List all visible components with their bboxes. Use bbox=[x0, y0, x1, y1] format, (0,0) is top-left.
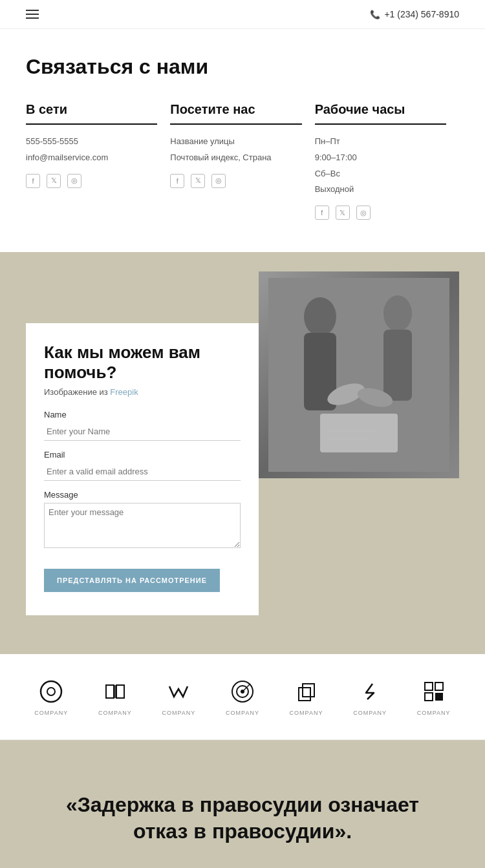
col3-social: f 𝕏 ◎ bbox=[315, 206, 446, 220]
email-label: Email bbox=[44, 450, 241, 460]
hamburger-menu[interactable] bbox=[26, 10, 39, 19]
contact-col-hours: Рабочие часы Пн–Пт 9:00–17:00 Сб–Вс Выхо… bbox=[315, 102, 459, 220]
logo-item-5: COMPANY bbox=[290, 677, 323, 716]
logo-item-1: COMPANY bbox=[34, 677, 68, 716]
logo-item-7: COMPANY bbox=[417, 677, 451, 716]
col3-divider bbox=[315, 123, 446, 125]
name-input[interactable] bbox=[44, 423, 241, 441]
svg-rect-24 bbox=[425, 693, 433, 701]
logo-icon-1 bbox=[37, 677, 65, 706]
instagram-icon[interactable]: ◎ bbox=[67, 174, 81, 188]
col2-postal: Почтовый индекс, Страна bbox=[170, 151, 301, 165]
col3-hours: 9:00–17:00 bbox=[315, 151, 446, 165]
logo-item-2: COMPANY bbox=[98, 677, 132, 716]
col1-social: f 𝕏 ◎ bbox=[26, 174, 157, 188]
col3-weekdays: Пн–Пт bbox=[315, 135, 446, 149]
logo-icon-6 bbox=[356, 677, 384, 706]
col3-closed: Выходной bbox=[315, 183, 446, 196]
phone-icon: 📞 bbox=[370, 10, 380, 19]
svg-point-3 bbox=[383, 295, 412, 332]
facebook-icon-2[interactable]: f bbox=[170, 174, 184, 188]
svg-point-11 bbox=[41, 681, 61, 702]
facebook-icon-3[interactable]: f bbox=[315, 206, 329, 220]
name-form-group: Name bbox=[44, 410, 241, 441]
freepik-link[interactable]: Freepik bbox=[110, 387, 138, 397]
quote-text: «Задержка в правосудии означает отказ в … bbox=[55, 792, 430, 845]
svg-rect-13 bbox=[106, 685, 114, 698]
contact-col-online: В сети 555-555-5555 info@mailservice.com… bbox=[26, 102, 170, 220]
form-image bbox=[259, 271, 459, 478]
facebook-icon[interactable]: f bbox=[26, 174, 40, 188]
form-card: Как мы можем вам помочь? Изображение из … bbox=[26, 323, 259, 615]
quote-section: «Задержка в правосудии означает отказ в … bbox=[0, 740, 485, 868]
contact-title: Связаться с нами bbox=[26, 55, 459, 79]
svg-rect-22 bbox=[425, 683, 433, 690]
logo-label-4: COMPANY bbox=[226, 710, 259, 716]
twitter-icon-3[interactable]: 𝕏 bbox=[336, 206, 350, 220]
contact-section: Связаться с нами В сети 555-555-5555 inf… bbox=[0, 29, 485, 252]
twitter-icon-2[interactable]: 𝕏 bbox=[191, 174, 205, 188]
col3-heading: Рабочие часы bbox=[315, 102, 446, 117]
logo-icon-5 bbox=[292, 677, 321, 706]
logo-label-6: COMPANY bbox=[353, 710, 387, 716]
logo-label-1: COMPANY bbox=[34, 710, 68, 716]
svg-rect-4 bbox=[383, 330, 412, 401]
top-bar: 📞 +1 (234) 567-8910 bbox=[0, 0, 485, 29]
logo-icon-7 bbox=[420, 677, 448, 706]
logo-label-7: COMPANY bbox=[417, 710, 451, 716]
form-section: Как мы можем вам помочь? Изображение из … bbox=[0, 252, 485, 653]
svg-rect-7 bbox=[320, 414, 398, 452]
logo-item-6: COMPANY bbox=[353, 677, 387, 716]
svg-rect-14 bbox=[116, 685, 124, 698]
col2-heading: Посетите нас bbox=[170, 102, 301, 117]
subtitle-prefix: Изображение из bbox=[44, 387, 110, 397]
svg-rect-25 bbox=[435, 693, 443, 701]
message-textarea[interactable] bbox=[44, 503, 241, 548]
handshake-image bbox=[259, 271, 459, 478]
col2-divider bbox=[170, 123, 301, 125]
email-form-group: Email bbox=[44, 450, 241, 481]
col1-heading: В сети bbox=[26, 102, 157, 117]
logo-label-2: COMPANY bbox=[98, 710, 132, 716]
logos-section: COMPANY COMPANY COMPANY bbox=[0, 654, 485, 740]
instagram-icon-3[interactable]: ◎ bbox=[356, 206, 371, 220]
message-form-group: Message bbox=[44, 490, 241, 551]
svg-point-1 bbox=[304, 297, 336, 336]
logo-icon-4 bbox=[228, 677, 257, 706]
email-input[interactable] bbox=[44, 463, 241, 481]
col1-email: info@mailservice.com bbox=[26, 151, 157, 165]
logo-label-3: COMPANY bbox=[162, 710, 195, 716]
col2-social: f 𝕏 ◎ bbox=[170, 174, 301, 188]
svg-rect-21 bbox=[303, 684, 314, 697]
logo-label-5: COMPANY bbox=[290, 710, 323, 716]
twitter-icon[interactable]: 𝕏 bbox=[47, 174, 61, 188]
col1-divider bbox=[26, 123, 157, 125]
svg-point-12 bbox=[47, 688, 55, 695]
logo-item-3: COMPANY bbox=[162, 677, 195, 716]
col3-weekend: Сб–Вс bbox=[315, 167, 446, 181]
col1-phone: 555-555-5555 bbox=[26, 135, 157, 149]
name-label: Name bbox=[44, 410, 241, 419]
svg-line-19 bbox=[244, 684, 250, 690]
phone-number: +1 (234) 567-8910 bbox=[384, 9, 459, 19]
logo-icon-2 bbox=[101, 677, 129, 706]
svg-rect-20 bbox=[299, 688, 310, 701]
instagram-icon-2[interactable]: ◎ bbox=[211, 174, 226, 188]
phone-link[interactable]: 📞 +1 (234) 567-8910 bbox=[370, 9, 459, 19]
col2-street: Название улицы bbox=[170, 135, 301, 149]
contact-col-visit: Посетите нас Название улицы Почтовый инд… bbox=[170, 102, 314, 220]
svg-rect-23 bbox=[435, 683, 443, 690]
contact-grid: В сети 555-555-5555 info@mailservice.com… bbox=[26, 102, 459, 220]
logo-item-4: COMPANY bbox=[226, 677, 259, 716]
logo-icon-3 bbox=[164, 677, 193, 706]
form-card-subtitle: Изображение из Freepik bbox=[44, 387, 241, 397]
form-card-title: Как мы можем вам помочь? bbox=[44, 343, 241, 383]
message-label: Message bbox=[44, 490, 241, 500]
submit-button[interactable]: ПРЕДСТАВЛЯТЬ НА РАССМОТРЕНИЕ bbox=[44, 569, 220, 592]
